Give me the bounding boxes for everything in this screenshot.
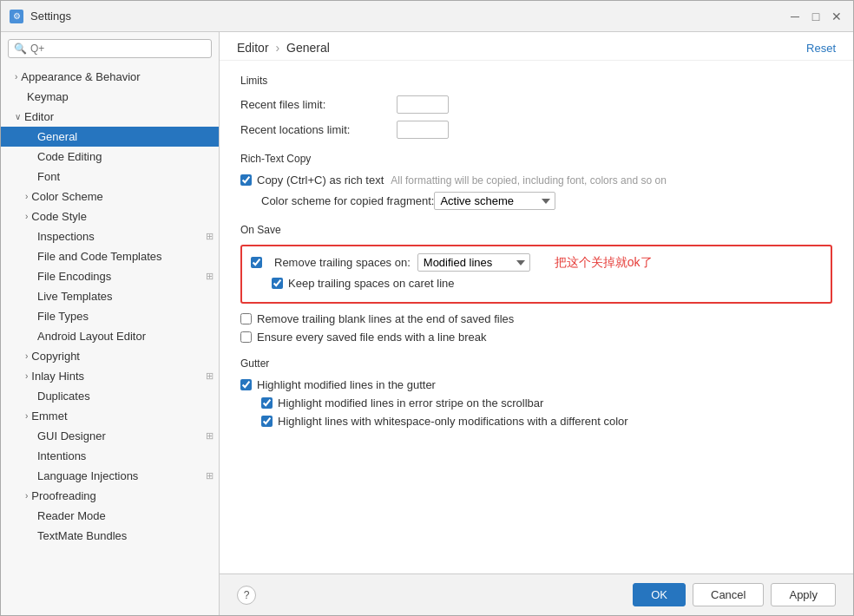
external-icon: ⊞ [206,370,214,382]
sidebar-item-file-code-templates[interactable]: File and Code Templates [1,246,219,266]
sidebar-item-general[interactable]: General [1,127,219,147]
sidebar-item-editor[interactable]: ∨Editor [1,107,219,127]
recent-locations-input[interactable]: 25 [397,121,449,139]
keep-trailing-row: Keep trailing spaces on caret line [272,277,822,290]
ensure-newline-row: Ensure every saved file ends with a line… [240,331,832,344]
sidebar-item-label: Appearance & Behavior [21,70,140,83]
apply-button[interactable]: Apply [771,583,836,606]
sidebar-item-intentions[interactable]: Intentions [1,446,219,466]
breadcrumb-current: General [286,41,330,55]
sidebar-item-inlay-hints[interactable]: ›Inlay Hints⊞ [1,366,219,386]
external-icon: ⊞ [206,231,214,242]
arrow-icon: › [25,351,28,361]
gutter-title: Gutter [240,357,832,370]
window-title: Settings [30,10,787,23]
highlight-error-checkbox[interactable] [261,397,273,409]
close-button[interactable]: ✕ [829,9,844,24]
window-controls: ─ □ ✕ [787,9,844,24]
arrow-icon: › [25,371,28,381]
limits-title: Limits [240,75,832,87]
limits-section: Limits Recent files limit: 50 Recent loc… [240,75,832,139]
sidebar-item-label: Copyright [31,350,80,363]
rich-text-section: Rich-Text Copy Copy (Ctrl+C) as rich tex… [240,153,832,210]
sidebar-item-label: Keymap [27,90,69,103]
highlight-whitespace-row: Highlight lines with whitespace-only mod… [261,415,832,428]
keep-trailing-label: Keep trailing spaces on caret line [288,277,455,290]
highlight-error-row: Highlight modified lines in error stripe… [261,396,832,410]
gutter-section: Gutter Highlight modified lines in the g… [240,357,832,428]
sidebar-item-proofreading[interactable]: ›Proofreading [1,486,219,506]
sidebar-item-label: Inspections [37,230,95,243]
remove-trailing-label: Remove trailing spaces on: [274,256,411,269]
rich-text-title: Rich-Text Copy [240,153,832,165]
search-box[interactable]: 🔍 [8,39,212,58]
help-button[interactable]: ? [237,586,256,605]
sidebar-item-label: Proofreading [31,489,95,502]
on-save-title: On Save [240,224,832,236]
sidebar-item-live-templates[interactable]: Live Templates [1,286,219,306]
highlight-error-label: Highlight modified lines in error stripe… [278,396,543,410]
sidebar-item-code-style[interactable]: ›Code Style [1,206,219,226]
sidebar-item-label: General [37,130,77,143]
breadcrumb: Editor › General [237,41,330,55]
remove-blank-checkbox[interactable] [240,313,252,324]
sidebar: 🔍 ›Appearance & BehaviorKeymap∨EditorGen… [1,32,220,615]
sidebar-item-font[interactable]: Font [1,167,219,187]
sidebar-item-appearance[interactable]: ›Appearance & Behavior [1,67,219,87]
search-input[interactable] [30,43,206,55]
breadcrumb-root: Editor [237,41,269,55]
sidebar-item-label: TextMate Bundles [37,529,127,542]
sidebar-item-inspections[interactable]: Inspections⊞ [1,226,219,246]
arrow-icon: › [25,411,28,421]
arrow-icon: › [25,192,28,201]
recent-locations-row: Recent locations limit: 25 [240,121,832,139]
keep-trailing-checkbox[interactable] [272,278,283,289]
sidebar-item-file-types[interactable]: File Types [1,306,219,326]
external-icon: ⊞ [206,271,214,282]
highlight-modified-row: Highlight modified lines in the gutter [240,378,832,391]
sidebar-item-label: Android Layout Editor [37,330,146,343]
on-save-section: On Save Remove trailing spaces on: Modif… [240,224,832,344]
maximize-button[interactable]: □ [808,9,824,24]
sidebar-item-android-layout[interactable]: Android Layout Editor [1,326,219,346]
sidebar-item-code-editing[interactable]: Code Editing [1,147,219,167]
ensure-newline-label: Ensure every saved file ends with a line… [257,331,486,344]
copy-rich-text-checkbox[interactable] [240,174,252,186]
on-save-highlighted-box: Remove trailing spaces on: Modified line… [240,245,832,304]
remove-trailing-select[interactable]: Modified lines All lines None [417,253,530,272]
sidebar-item-copyright[interactable]: ›Copyright [1,346,219,366]
highlight-modified-label: Highlight modified lines in the gutter [257,378,436,391]
color-scheme-row: Color scheme for copied fragment: Active… [261,192,832,210]
cancel-button[interactable]: Cancel [693,583,764,606]
recent-files-input[interactable]: 50 [397,95,449,114]
sidebar-item-language-injections[interactable]: Language Injections⊞ [1,466,219,486]
color-scheme-label: Color scheme for copied fragment: [261,194,434,207]
ensure-newline-checkbox[interactable] [240,331,252,343]
title-bar: ⚙ Settings ─ □ ✕ [1,1,853,32]
sidebar-item-label: GUI Designer [37,429,106,442]
copy-rich-text-label: Copy (Ctrl+C) as rich text [257,174,384,187]
highlight-modified-checkbox[interactable] [240,379,252,390]
sidebar-item-reader-mode[interactable]: Reader Mode [1,506,219,526]
sidebar-item-label: File and Code Templates [37,250,162,263]
sidebar-item-file-encodings[interactable]: File Encodings⊞ [1,266,219,286]
sidebar-item-emmet[interactable]: ›Emmet [1,406,219,426]
sidebar-item-color-scheme[interactable]: ›Color Scheme [1,187,219,206]
color-scheme-select[interactable]: Active scheme Default [434,192,555,210]
sidebar-item-duplicates[interactable]: Duplicates [1,386,219,406]
highlight-whitespace-checkbox[interactable] [261,416,273,427]
annotation-text: 把这个关掉就ok了 [555,255,653,271]
arrow-icon: ∨ [15,112,21,121]
sidebar-item-keymap[interactable]: Keymap [1,87,219,107]
sidebar-item-label: Live Templates [37,290,112,303]
minimize-button[interactable]: ─ [787,9,803,24]
sidebar-item-label: Code Editing [37,150,102,163]
sidebar-item-textmate[interactable]: TextMate Bundles [1,526,219,546]
sidebar-item-gui-designer[interactable]: GUI Designer⊞ [1,426,219,446]
ok-button[interactable]: OK [633,583,686,606]
reset-link[interactable]: Reset [806,42,836,55]
remove-trailing-checkbox[interactable] [251,257,262,268]
arrow-icon: › [25,212,28,221]
settings-window: ⚙ Settings ─ □ ✕ 🔍 ›Appearance & Behavio… [0,0,854,616]
sidebar-item-label: Code Style [31,210,87,223]
